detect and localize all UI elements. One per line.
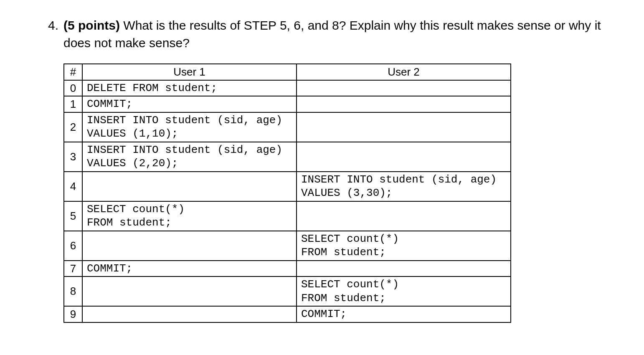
question-block: 4. (5 points) What is the results of STE… [38,17,619,52]
user2-sql: INSERT INTO student (sid, age) VALUES (3… [297,172,511,201]
user1-sql [82,172,297,201]
table-row: 9 COMMIT; [64,306,511,322]
user1-sql [82,276,297,306]
table-row: 4 INSERT INTO student (sid, age) VALUES … [64,172,511,201]
user2-sql [297,142,511,172]
step-number: 5 [64,201,82,231]
user2-sql [297,96,511,112]
table-header-row: # User 1 User 2 [64,64,511,80]
user1-sql [82,306,297,322]
header-user2: User 2 [297,64,511,80]
step-number: 4 [64,172,82,201]
table-row: 7 COMMIT; [64,261,511,277]
table-row: 0 DELETE FROM student; [64,80,511,96]
table-row: 2 INSERT INTO student (sid, age) VALUES … [64,112,511,142]
user1-sql: COMMIT; [82,261,297,277]
question-body: What is the results of STEP 5, 6, and 8?… [63,18,601,50]
header-user1: User 1 [82,64,297,80]
user2-sql [297,201,511,231]
step-number: 9 [64,306,82,322]
table-row: 6 SELECT count(*) FROM student; [64,231,511,261]
page: 4. (5 points) What is the results of STE… [0,0,644,355]
table-row: 5 SELECT count(*) FROM student; [64,201,511,231]
step-number: 8 [64,276,82,306]
step-number: 0 [64,80,82,96]
user2-sql: COMMIT; [297,306,511,322]
sql-steps-table-wrap: # User 1 User 2 0 DELETE FROM student; 1… [63,63,510,323]
question-points: (5 points) [63,18,120,32]
question-line: 4. (5 points) What is the results of STE… [38,17,619,52]
sql-steps-table: # User 1 User 2 0 DELETE FROM student; 1… [63,63,511,323]
user2-sql [297,261,511,277]
step-number: 1 [64,96,82,112]
step-number: 3 [64,142,82,172]
step-number: 2 [64,112,82,142]
table-row: 8 SELECT count(*) FROM student; [64,276,511,306]
user1-sql: INSERT INTO student (sid, age) VALUES (1… [82,112,297,142]
table-row: 3 INSERT INTO student (sid, age) VALUES … [64,142,511,172]
user2-sql: SELECT count(*) FROM student; [297,276,511,306]
user2-sql [297,112,511,142]
user1-sql: DELETE FROM student; [82,80,297,96]
question-number: 4. [38,17,63,34]
user1-sql: INSERT INTO student (sid, age) VALUES (2… [82,142,297,172]
user1-sql: SELECT count(*) FROM student; [82,201,297,231]
user2-sql [297,80,511,96]
header-step-number: # [64,64,82,80]
user2-sql: SELECT count(*) FROM student; [297,231,511,261]
table-row: 1 COMMIT; [64,96,511,112]
user1-sql [82,231,297,261]
question-text: (5 points) What is the results of STEP 5… [63,17,619,52]
step-number: 7 [64,261,82,277]
user1-sql: COMMIT; [82,96,297,112]
step-number: 6 [64,231,82,261]
